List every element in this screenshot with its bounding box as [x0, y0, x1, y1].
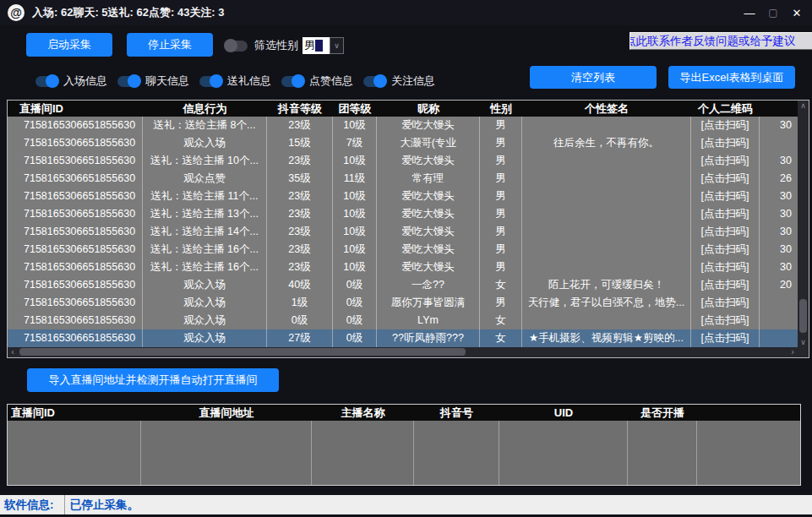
qrcode-scan-link[interactable]: [点击扫码] [691, 241, 760, 258]
qrcode-scan-link[interactable]: [点击扫码] [691, 188, 760, 205]
table-row[interactable]: 7158165306651855630送礼：送给主播 16个...23级10级爱… [8, 258, 798, 276]
table-cell: 23级 [267, 205, 333, 223]
qrcode-scan-link[interactable]: [点击扫码] [691, 170, 760, 188]
table-cell: 爱吃大馒头 [377, 205, 480, 223]
vertical-scroll-thumb[interactable] [799, 299, 807, 333]
qrcode-scan-link[interactable]: [点击扫码] [691, 117, 760, 134]
like-info-toggle[interactable] [281, 76, 303, 87]
table-cell: 30 [760, 258, 798, 276]
gift-info-toggle[interactable] [199, 76, 221, 87]
gender-select[interactable]: 男 ∨ [302, 37, 344, 54]
app-logo-icon: @ [8, 4, 25, 21]
table-row[interactable]: 7158165306651855630观众入场27级0级??听凤静雨???女★手… [8, 329, 798, 347]
table-cell: 男 [480, 241, 522, 258]
table-row[interactable]: 7158165306651855630观众入场40级0级一念??女陌上花开，可缓… [8, 276, 798, 294]
empty-cell [312, 421, 414, 485]
qrcode-scan-link[interactable]: [点击扫码] [691, 312, 760, 329]
minimize-button[interactable]: — [738, 0, 761, 25]
qrcode-scan-link[interactable]: [点击扫码] [691, 152, 760, 170]
table-cell: 0级 [333, 294, 377, 312]
table-cell: 27级 [267, 329, 333, 347]
gender-select-value: 男 [302, 37, 330, 54]
table-row[interactable]: 7158165306651855630观众入场0级0级LYm女[点击扫码] [8, 312, 798, 329]
table-cell: 送礼：送给主播 16个... [143, 258, 267, 276]
table-row[interactable]: 7158165306651855630观众点赞35级11级常有理男[点击扫码]2… [8, 170, 798, 188]
qrcode-scan-link[interactable]: [点击扫码] [691, 329, 760, 347]
message-table: 直播间ID信息行为抖音等级团等级昵称性别个性签名个人二维码 7158165306… [7, 100, 809, 358]
qrcode-scan-link[interactable]: [点击扫码] [691, 294, 760, 312]
start-collect-button[interactable]: 启动采集 [26, 33, 112, 57]
qrcode-scan-link[interactable]: [点击扫码] [691, 134, 760, 152]
follow-info-toggle[interactable] [363, 76, 385, 87]
title-bar: @ 入场: 62聊天: 5送礼: 62点赞: 43关注: 3 — ▢ ✕ [0, 0, 812, 25]
table-cell [522, 152, 691, 170]
empty-cell [697, 421, 800, 485]
table-row[interactable]: 7158165306651855630观众入场15级7级大灏哥(专业男往后余生，… [8, 134, 798, 152]
table-cell: 男 [480, 170, 522, 188]
export-excel-button[interactable]: 导出Excel表格到桌面 [668, 66, 795, 89]
gender-filter-toggle[interactable] [226, 41, 248, 52]
table-row[interactable]: 7158165306651855630送礼：送给主播 13个...23级10级爱… [8, 205, 798, 223]
contact-author-link[interactable]: 点此联系作者反馈问题或给予建议 [629, 32, 812, 50]
table-cell: 男 [480, 117, 522, 134]
table-cell: ★手机摄影、视频剪辑★剪映的... [522, 329, 691, 347]
table-cell: 10级 [333, 205, 377, 223]
horizontal-scroll-thumb[interactable] [19, 348, 466, 356]
table-cell: 30 [760, 117, 798, 134]
window-controls: — ▢ ✕ [738, 0, 809, 25]
scroll-right-icon[interactable]: › [787, 347, 798, 357]
table-cell: 7158165306651855630 [8, 294, 143, 312]
table-row[interactable]: 7158165306651855630送礼：送给主播 14个...23级10级爱… [8, 223, 798, 241]
message-table-header: 直播间ID信息行为抖音等级团等级昵称性别个性签名个人二维码 [8, 101, 798, 117]
scroll-left-icon[interactable]: ‹ [8, 347, 18, 357]
table-cell: 男 [480, 223, 522, 241]
filter-label: 入场信息 [63, 73, 107, 89]
table-cell: 常有理 [377, 170, 480, 188]
filter-follow-info: 关注信息 [363, 73, 435, 89]
table-row[interactable]: 7158165306651855630送礼：送给主播 8个...23级10级爱吃… [8, 117, 798, 134]
filter-entry-info: 入场信息 [35, 73, 107, 89]
vertical-scrollbar[interactable]: ∧ ∨ [798, 101, 809, 347]
chevron-down-icon[interactable]: ∨ [330, 37, 344, 54]
table-cell: 男 [480, 188, 522, 205]
scroll-up-icon[interactable]: ∧ [798, 101, 809, 111]
table-cell: 一念?? [377, 276, 480, 294]
table-cell [760, 294, 798, 312]
toggle-knob [210, 74, 223, 88]
qrcode-scan-link[interactable]: [点击扫码] [691, 276, 760, 294]
table-cell: 7158165306651855630 [8, 223, 143, 241]
table-cell [522, 205, 691, 223]
column-header: 抖音号 [414, 405, 499, 421]
table-cell: 7158165306651855630 [8, 170, 143, 188]
table-cell: 观众入场 [143, 134, 267, 152]
column-header: UID [499, 405, 628, 421]
table-cell: 10级 [333, 188, 377, 205]
table-row[interactable]: 7158165306651855630送礼：送给主播 10个...23级10级爱… [8, 152, 798, 170]
horizontal-scrollbar[interactable]: ‹ › [8, 347, 809, 357]
table-row[interactable]: 7158165306651855630送礼：送给主播 11个...23级10级爱… [8, 188, 798, 205]
import-room-button[interactable]: 导入直播间地址并检测开播自动打开直播间 [27, 368, 279, 392]
qrcode-scan-link[interactable]: [点击扫码] [691, 205, 760, 223]
room-table: 直播间ID直播间地址主播名称抖音号UID是否开播 [7, 404, 801, 486]
table-row[interactable]: 7158165306651855630观众入场1级0级愿你万事皆圆满男天行健，君… [8, 294, 798, 312]
stop-collect-button[interactable]: 停止采集 [127, 33, 213, 57]
table-cell: 男 [480, 134, 522, 152]
close-button[interactable]: ✕ [785, 0, 809, 25]
maximize-button[interactable]: ▢ [761, 0, 785, 25]
qrcode-scan-link[interactable]: [点击扫码] [691, 223, 760, 241]
scroll-down-icon[interactable]: ∨ [798, 337, 809, 347]
qrcode-scan-link[interactable]: [点击扫码] [691, 258, 760, 276]
table-cell: 35级 [267, 170, 333, 188]
table-cell: 0级 [333, 329, 377, 347]
chat-info-toggle[interactable] [117, 76, 139, 87]
clear-list-button[interactable]: 清空列表 [530, 66, 657, 89]
table-cell [760, 329, 798, 347]
status-bar: 软件信息: 已停止采集。 [0, 495, 812, 514]
room-table-header: 直播间ID直播间地址主播名称抖音号UID是否开播 [8, 405, 800, 421]
toggle-knob [46, 74, 59, 88]
table-cell: 观众入场 [143, 312, 267, 329]
table-cell: 30 [760, 205, 798, 223]
table-cell: 爱吃大馒头 [377, 258, 480, 276]
entry-info-toggle[interactable] [35, 76, 57, 87]
table-row[interactable]: 7158165306651855630送礼：送给主播 16个...23级10级爱… [8, 241, 798, 258]
